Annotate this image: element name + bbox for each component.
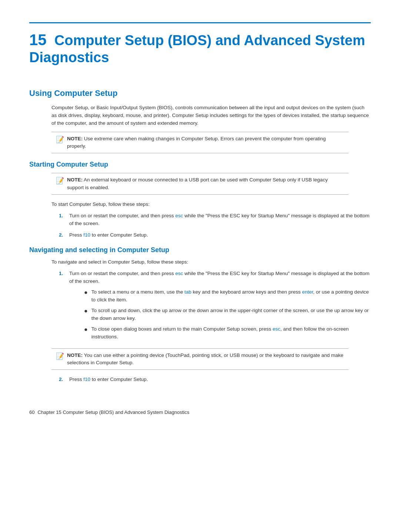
bullet-1: ● To select a menu or a menu item, use t… xyxy=(84,288,371,304)
section-navigating-computer-setup: Navigating and selecting in Computer Set… xyxy=(29,246,371,384)
navigating-intro: To navigate and select in Computer Setup… xyxy=(51,258,371,266)
starting-step-2-num: 2. xyxy=(59,231,66,239)
using-note-box: 📝 NOTE: Use extreme care when making cha… xyxy=(51,132,349,154)
navigating-steps-list: 1. Turn on or restart the computer, and … xyxy=(59,270,371,344)
bullet-3: ● To close open dialog boxes and return … xyxy=(84,325,371,341)
keyword-enter: enter xyxy=(302,289,313,295)
starting-note-icon: 📝 xyxy=(56,177,64,185)
section-heading-using: Using Computer Setup xyxy=(29,88,371,98)
bullet-2: ● To scroll up and down, click the up ar… xyxy=(84,307,371,322)
starting-step-2-content: Press f10 to enter Computer Setup. xyxy=(69,231,371,239)
bullet-dot-3: ● xyxy=(84,325,88,341)
bullet-1-content: To select a menu or a menu item, use the… xyxy=(91,288,371,304)
navigating-step-1-content: Turn on or restart the computer, and the… xyxy=(69,270,371,344)
page-footer: 60 Chapter 15 Computer Setup (BIOS) and … xyxy=(29,406,371,415)
starting-note-box: 📝 NOTE: An external keyboard or mouse co… xyxy=(51,173,349,195)
note-icon: 📝 xyxy=(56,135,64,144)
starting-note-label: NOTE: xyxy=(67,177,83,183)
bullet-2-content: To scroll up and down, click the up arro… xyxy=(91,307,371,322)
subsection-heading-navigating: Navigating and selecting in Computer Set… xyxy=(29,246,371,254)
starting-step-1: 1. Turn on or restart the computer, and … xyxy=(59,212,371,228)
starting-note-body: An external keyboard or mouse connected … xyxy=(67,177,328,190)
keyword-esc-3: esc xyxy=(273,326,280,332)
keyword-esc-2: esc xyxy=(175,271,183,276)
navigating-note-box: 📝 NOTE: You can use either a pointing de… xyxy=(51,348,349,370)
keyword-tab: tab xyxy=(184,289,191,295)
footer-page-number: 60 xyxy=(29,409,34,415)
bullet-dot-1: ● xyxy=(84,288,88,304)
keyword-esc-1: esc xyxy=(175,213,183,218)
navigating-step2-list: 2. Press f10 to enter Computer Setup. xyxy=(59,376,371,384)
keyword-f10-1: f10 xyxy=(83,232,90,238)
navigating-step-2: 2. Press f10 to enter Computer Setup. xyxy=(59,376,371,384)
starting-step-2: 2. Press f10 to enter Computer Setup. xyxy=(59,231,371,239)
chapter-header: 15 Computer Setup (BIOS) and Advanced Sy… xyxy=(29,22,371,66)
bullet-dot-2: ● xyxy=(84,307,88,322)
footer-chapter-ref: Chapter 15 Computer Setup (BIOS) and Adv… xyxy=(37,409,189,415)
chapter-title-text: Computer Setup (BIOS) and Advanced Syste… xyxy=(29,33,365,65)
bullet-3-content: To close open dialog boxes and return to… xyxy=(91,325,371,341)
starting-steps-list: 1. Turn on or restart the computer, and … xyxy=(59,212,371,239)
navigating-step-1: 1. Turn on or restart the computer, and … xyxy=(59,270,371,344)
chapter-number: 15 xyxy=(29,31,47,48)
navigating-note-label: NOTE: xyxy=(67,352,83,358)
starting-step-1-num: 1. xyxy=(59,212,66,228)
starting-note-text: NOTE: An external keyboard or mouse conn… xyxy=(67,176,344,191)
navigating-bullet-list: ● To select a menu or a menu item, use t… xyxy=(84,288,371,341)
navigating-step-1-num: 1. xyxy=(59,270,66,344)
navigating-step-2-content: Press f10 to enter Computer Setup. xyxy=(69,376,371,384)
starting-intro: To start Computer Setup, follow these st… xyxy=(51,201,371,208)
section-using-computer-setup: Using Computer Setup Computer Setup, or … xyxy=(29,88,371,153)
starting-step-1-content: Turn on or restart the computer, and the… xyxy=(69,212,371,228)
navigating-note-icon: 📝 xyxy=(56,352,64,360)
navigating-note-text: NOTE: You can use either a pointing devi… xyxy=(67,352,344,367)
using-body-text: Computer Setup, or Basic Input/Output Sy… xyxy=(51,104,371,127)
subsection-heading-starting: Starting Computer Setup xyxy=(29,161,371,168)
using-note-text: NOTE: Use extreme care when making chang… xyxy=(67,135,344,150)
using-note-body: Use extreme care when making changes in … xyxy=(67,136,326,149)
navigating-step-2-num: 2. xyxy=(59,376,66,384)
keyword-f10-2: f10 xyxy=(83,377,90,382)
chapter-title: 15 Computer Setup (BIOS) and Advanced Sy… xyxy=(29,31,371,66)
using-note-label: NOTE: xyxy=(67,136,83,141)
section-starting-computer-setup: Starting Computer Setup 📝 NOTE: An exter… xyxy=(29,161,371,239)
navigating-note-body: You can use either a pointing device (To… xyxy=(67,352,343,365)
